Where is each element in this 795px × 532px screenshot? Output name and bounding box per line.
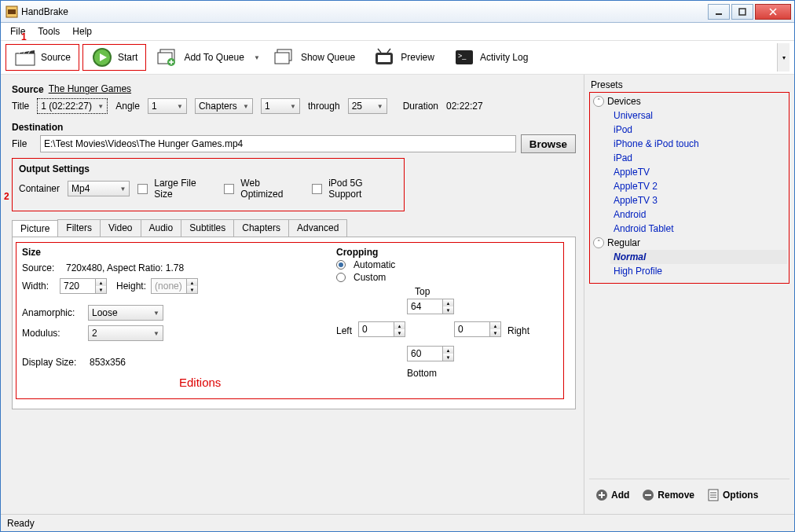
preset-item[interactable]: iPad xyxy=(610,151,787,165)
start-label: Start xyxy=(118,52,137,63)
menu-tools[interactable]: Tools xyxy=(31,24,66,39)
crop-top-label: Top xyxy=(415,286,430,297)
preset-item[interactable]: Universal xyxy=(610,108,787,123)
collapse-icon: ˄ xyxy=(593,237,604,248)
crop-custom-radio[interactable]: Custom xyxy=(336,272,525,283)
add-to-queue-button[interactable]: Add To Queue xyxy=(149,44,252,71)
anamorphic-dropdown[interactable]: Loose▼ xyxy=(88,305,163,321)
menu-file[interactable]: File xyxy=(4,24,31,39)
show-queue-button[interactable]: Show Queue xyxy=(266,44,363,71)
preset-item[interactable]: High Profile xyxy=(610,264,787,278)
svg-rect-1 xyxy=(8,9,16,14)
tab-audio[interactable]: Audio xyxy=(141,219,182,237)
duration-label: Duration xyxy=(403,101,438,112)
width-label: Width: xyxy=(22,281,55,292)
crop-bottom-spinner[interactable]: ▲▼ xyxy=(407,346,454,361)
crop-automatic-radio[interactable]: Automatic xyxy=(336,259,525,270)
title-bar: HandBrake xyxy=(1,1,794,23)
preset-item[interactable]: iPhone & iPod touch xyxy=(610,137,787,151)
preset-item[interactable]: Normal xyxy=(610,250,787,264)
presets-tree: ˄ Devices UniversaliPodiPhone & iPod tou… xyxy=(589,92,790,284)
source-label: Source xyxy=(41,52,71,63)
status-bar: Ready xyxy=(1,514,794,531)
toolbar-overflow[interactable]: ▾ xyxy=(777,43,790,72)
modulus-dropdown[interactable]: 2▼ xyxy=(88,325,163,341)
height-spinner[interactable]: ▲▼ xyxy=(151,278,198,294)
angle-dropdown[interactable]: 1▼ xyxy=(148,98,187,114)
destination-header: Destination xyxy=(12,122,576,133)
add-to-queue-label: Add To Queue xyxy=(184,52,244,63)
crop-top-spinner[interactable]: ▲▼ xyxy=(407,299,454,314)
preview-label: Preview xyxy=(401,52,434,63)
app-icon xyxy=(5,6,18,18)
large-file-checkbox[interactable]: Large File Size xyxy=(137,178,216,200)
browse-button[interactable]: Browse xyxy=(521,134,576,153)
modulus-label: Modulus: xyxy=(22,328,83,339)
web-optimized-checkbox[interactable]: Web Optimized xyxy=(224,178,304,200)
crop-right-spinner[interactable]: ▲▼ xyxy=(454,321,501,337)
container-value: Mp4 xyxy=(71,183,90,194)
preset-item[interactable]: AppleTV xyxy=(610,165,787,179)
output-settings-header: Output Settings xyxy=(19,163,398,174)
svg-rect-6 xyxy=(16,53,35,65)
preset-item[interactable]: iPod xyxy=(610,123,787,137)
close-button[interactable] xyxy=(755,4,791,20)
preset-item[interactable]: Android xyxy=(610,207,787,222)
tab-advanced[interactable]: Advanced xyxy=(288,219,347,237)
activity-log-button[interactable]: >_ Activity Log xyxy=(445,44,536,71)
crop-left-spinner[interactable]: ▲▼ xyxy=(358,321,405,337)
minimize-button[interactable] xyxy=(708,4,730,20)
preset-remove-button[interactable]: Remove xyxy=(637,486,699,504)
preview-button[interactable]: Preview xyxy=(366,44,442,71)
menu-help[interactable]: Help xyxy=(66,24,98,39)
tab-video[interactable]: Video xyxy=(100,219,141,237)
width-spinner[interactable]: ▲▼ xyxy=(60,278,107,294)
presets-group-devices[interactable]: ˄ Devices xyxy=(592,94,787,108)
title-dropdown[interactable]: 1 (02:22:27)▼ xyxy=(37,98,108,114)
preset-item[interactable]: Android Tablet xyxy=(610,222,787,236)
menu-bar: File Tools Help xyxy=(1,23,794,40)
chapter-start-dropdown[interactable]: 1▼ xyxy=(261,98,300,114)
show-queue-label: Show Queue xyxy=(301,52,355,63)
preset-add-button[interactable]: Add xyxy=(591,486,634,504)
chevron-up-icon[interactable]: ▲ xyxy=(96,279,106,286)
file-label: File xyxy=(12,138,35,149)
tab-filters[interactable]: Filters xyxy=(57,219,101,237)
duration-value: 02:22:27 xyxy=(446,101,483,112)
range-mode-dropdown[interactable]: Chapters▼ xyxy=(195,98,253,114)
preset-item[interactable]: AppleTV 2 xyxy=(610,179,787,193)
preset-options-button[interactable]: Options xyxy=(702,486,763,504)
chevron-down-icon[interactable]: ▼ xyxy=(96,286,106,293)
source-button[interactable]: Source xyxy=(5,44,79,71)
preset-item[interactable]: AppleTV 3 xyxy=(610,193,787,207)
destination-path-value: E:\Test Movies\Videos\The Hunger Games.m… xyxy=(44,138,243,149)
ipod-5g-checkbox[interactable]: iPod 5G Support xyxy=(312,178,398,200)
display-size-label: Display Size: xyxy=(22,357,85,368)
add-to-queue-dropdown[interactable]: ▼ xyxy=(252,44,262,71)
picture-source-value: 720x480, Aspect Ratio: 1.78 xyxy=(66,262,184,273)
tab-subtitles[interactable]: Subtitles xyxy=(181,219,234,237)
left-pane: Source The Hunger Games Title 1 (02:22:2… xyxy=(1,75,584,514)
container-dropdown[interactable]: Mp4▼ xyxy=(68,181,130,196)
svg-rect-20 xyxy=(378,55,390,62)
presets-group-regular[interactable]: ˄ Regular xyxy=(592,236,787,250)
start-button[interactable]: Start xyxy=(82,44,146,71)
tab-chapters[interactable]: Chapters xyxy=(233,219,289,237)
tv-icon xyxy=(374,46,396,68)
display-size-value: 853x356 xyxy=(90,357,126,368)
radio-icon xyxy=(336,273,346,282)
destination-path-input[interactable]: E:\Test Movies\Videos\The Hunger Games.m… xyxy=(40,135,516,152)
minus-circle-icon xyxy=(642,489,654,501)
maximize-button[interactable] xyxy=(731,4,753,20)
terminal-icon: >_ xyxy=(453,46,475,68)
crop-left-label: Left xyxy=(336,325,352,336)
tab-picture[interactable]: Picture xyxy=(12,220,58,237)
svg-line-21 xyxy=(378,49,381,53)
clapperboard-icon xyxy=(14,46,36,68)
radio-checked-icon xyxy=(336,260,346,270)
chapter-end-dropdown[interactable]: 25▼ xyxy=(348,98,387,114)
angle-label: Angle xyxy=(115,101,140,112)
document-icon xyxy=(707,489,720,501)
range-mode-value: Chapters xyxy=(199,101,237,112)
body: Source The Hunger Games Title 1 (02:22:2… xyxy=(1,75,794,514)
